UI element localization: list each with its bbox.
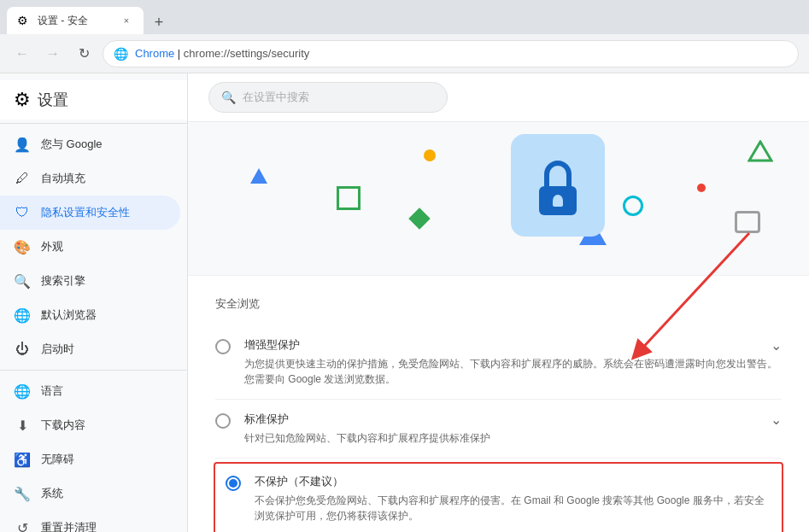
sidebar-item-startup-label: 启动时 (41, 342, 74, 357)
radio-noprotect[interactable] (226, 476, 241, 491)
forward-button[interactable]: → (41, 42, 65, 66)
shape-teal-circle (623, 196, 643, 216)
browser-window: ⚙ 设置 - 安全 × + ← → ↻ 🌐 Chrome | chrome://… (0, 0, 809, 532)
address-text: Chrome | chrome://settings/security (135, 47, 788, 60)
shape-green-triangle-outline (736, 140, 759, 159)
sidebar-item-accessibility[interactable]: ♿ 无障碍 (0, 442, 180, 476)
settings-search-bar-container: 🔍 在设置中搜索 (188, 73, 809, 122)
sidebar-item-search-label: 搜索引擎 (41, 273, 85, 289)
startup-icon: ⏻ (14, 341, 31, 358)
shape-green-square (337, 186, 361, 210)
address-globe-icon: 🌐 (114, 47, 128, 61)
sidebar-item-system[interactable]: 🔧 系统 (0, 476, 180, 511)
autofill-icon: 🖊 (14, 170, 31, 187)
sidebar-item-autofill-label: 自动填充 (41, 171, 85, 186)
option-standard[interactable]: 标准保护 针对已知危险网站、下载内容和扩展程序提供标准保护 ⌄ (215, 400, 782, 459)
shape-gray-hex (735, 211, 760, 233)
browser-content: ⚙ 设置 👤 您与 Google 🖊 自动填充 🛡 隐私设置和安全性 🎨 外观 (0, 73, 809, 532)
language-icon: 🌐 (14, 383, 31, 400)
tab-favicon: ⚙ (17, 14, 31, 27)
search-placeholder: 在设置中搜索 (243, 90, 309, 105)
option-noprotect[interactable]: 不保护（不建议） 不会保护您免受危险网站、下载内容和扩展程序的侵害。在 Gmai… (214, 462, 783, 532)
option-standard-desc: 针对已知危险网站、下载内容和扩展程序提供标准保护 (244, 430, 782, 446)
sidebar-item-reset[interactable]: ↺ 重置并清理 (0, 511, 180, 532)
radio-enhanced[interactable] (215, 339, 231, 354)
user-icon: 👤 (14, 136, 31, 153)
hero-area (188, 122, 809, 276)
shape-yellow-dot (424, 149, 436, 161)
sidebar: ⚙ 设置 👤 您与 Google 🖊 自动填充 🛡 隐私设置和安全性 🎨 外观 (0, 73, 188, 532)
sidebar-item-language[interactable]: 🌐 语言 (0, 374, 180, 408)
section-title: 安全浏览 (215, 296, 782, 312)
back-button[interactable]: ← (10, 42, 34, 66)
option-noprotect-content: 不保护（不建议） 不会保护您免受危险网站、下载内容和扩展程序的侵害。在 Gmai… (255, 474, 771, 523)
accessibility-icon: ♿ (14, 451, 31, 468)
sidebar-item-google[interactable]: 👤 您与 Google (0, 127, 180, 161)
expand-standard-icon[interactable]: ⌄ (771, 412, 782, 428)
option-enhanced-desc: 为您提供更快速主动的保护措施，免受危险网站、下载内容和扩展程序的威胁。系统会在密… (244, 356, 782, 387)
tab-close-button[interactable]: × (120, 14, 133, 27)
settings-title: 设置 (38, 90, 68, 110)
privacy-icon: 🛡 (14, 204, 31, 221)
sidebar-item-download-label: 下载内容 (41, 418, 85, 433)
sidebar-item-search[interactable]: 🔍 搜索引擎 (0, 264, 180, 298)
settings-logo: ⚙ (14, 89, 31, 111)
tab-title: 设置 - 安全 (38, 14, 113, 28)
sidebar-item-privacy[interactable]: 🛡 隐私设置和安全性 (0, 196, 180, 230)
browser-icon: 🌐 (14, 307, 31, 324)
radio-standard[interactable] (215, 413, 231, 429)
settings-search-field[interactable]: 🔍 在设置中搜索 (208, 82, 448, 113)
tab-bar: ⚙ 设置 - 安全 × + (0, 0, 809, 34)
sidebar-divider-mid (0, 370, 187, 371)
active-tab[interactable]: ⚙ 设置 - 安全 × (7, 7, 144, 34)
sidebar-item-privacy-label: 隐私设置和安全性 (41, 205, 130, 220)
option-enhanced-content: 增强型保护 为您提供更快速主动的保护措施，免受危险网站、下载内容和扩展程序的威胁… (244, 337, 782, 387)
option-standard-title: 标准保护 (244, 412, 782, 427)
sidebar-item-download[interactable]: ⬇ 下载内容 (0, 408, 180, 442)
sidebar-item-default-browser[interactable]: 🌐 默认浏览器 (0, 298, 180, 332)
sidebar-item-language-label: 语言 (41, 383, 63, 399)
sidebar-item-system-label: 系统 (41, 486, 63, 501)
search-icon: 🔍 (221, 91, 236, 104)
option-enhanced-title: 增强型保护 (244, 337, 782, 353)
search-engine-icon: 🔍 (14, 272, 31, 289)
lock-icon (532, 155, 583, 215)
option-noprotect-desc: 不会保护您免受危险网站、下载内容和扩展程序的侵害。在 Gmail 和 Googl… (255, 493, 771, 523)
security-content: 安全浏览 增强型保护 为您提供更快速主动的保护措施，免受危险网站、下载内容和扩展… (188, 276, 809, 532)
sidebar-item-autofill[interactable]: 🖊 自动填充 (0, 161, 180, 196)
sidebar-item-startup[interactable]: ⏻ 启动时 (0, 332, 180, 366)
shape-red-dot (697, 184, 706, 192)
sidebar-item-appearance[interactable]: 🎨 外观 (0, 230, 180, 264)
option-standard-content: 标准保护 针对已知危险网站、下载内容和扩展程序提供标准保护 (244, 412, 782, 446)
nav-bar: ← → ↻ 🌐 Chrome | chrome://settings/secur… (0, 34, 809, 73)
refresh-button[interactable]: ↻ (72, 42, 96, 66)
sidebar-item-accessibility-label: 无障碍 (41, 452, 74, 467)
shape-lock-container (511, 134, 605, 237)
sidebar-item-browser-label: 默认浏览器 (41, 307, 97, 323)
sidebar-divider-top (0, 123, 187, 124)
download-icon: ⬇ (14, 417, 31, 434)
expand-enhanced-icon[interactable]: ⌄ (771, 337, 782, 354)
sidebar-item-reset-label: 重置并清理 (41, 520, 97, 532)
reset-icon: ↺ (14, 519, 31, 532)
shape-blue-triangle (250, 168, 267, 184)
sidebar-item-google-label: 您与 Google (41, 137, 103, 152)
main-panel: 🔍 在设置中搜索 (188, 73, 809, 532)
shape-green-diamond (408, 208, 430, 229)
sidebar-header: ⚙ 设置 (0, 80, 187, 120)
sidebar-item-appearance-label: 外观 (41, 239, 63, 254)
hero-shapes (188, 122, 809, 275)
option-noprotect-title: 不保护（不建议） (255, 474, 771, 489)
address-bar[interactable]: 🌐 Chrome | chrome://settings/security (103, 40, 799, 67)
option-enhanced[interactable]: 增强型保护 为您提供更快速主动的保护措施，免受危险网站、下载内容和扩展程序的威胁… (215, 325, 782, 400)
system-icon: 🔧 (14, 485, 31, 502)
appearance-icon: 🎨 (14, 238, 31, 255)
new-tab-button[interactable]: + (147, 10, 171, 34)
